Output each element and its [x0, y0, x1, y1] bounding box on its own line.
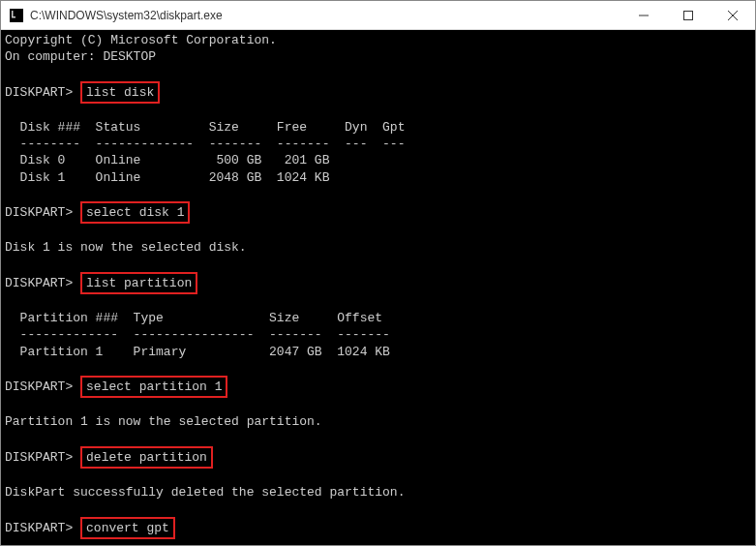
command-line: DISKPART> list disk: [5, 82, 751, 103]
command-line: DISKPART> convert gpt: [5, 518, 751, 538]
partition-table-divider: ------------- ---------------- ------- -…: [5, 326, 751, 343]
prompt: DISKPART>: [5, 379, 73, 394]
message-disk-selected: Disk 1 is now the selected disk.: [5, 239, 751, 256]
disk-table-row: Disk 0 Online 500 GB 201 GB: [5, 152, 751, 168]
partition-table-row: Partition 1 Primary 2047 GB 1024 KB: [5, 344, 751, 360]
command-convert-gpt: convert gpt: [80, 517, 175, 539]
window-controls: [621, 1, 755, 29]
command-delete-partition: delete partition: [80, 446, 213, 469]
disk-table-divider: -------- ------------- ------- ------- -…: [5, 136, 751, 152]
computer-line: On computer: DESKTOP: [5, 48, 751, 65]
command-list-disk: list disk: [80, 81, 160, 104]
blank-line: [5, 257, 751, 273]
prompt: DISKPART>: [5, 450, 73, 465]
command-line: DISKPART> select disk 1: [5, 202, 751, 223]
message-partition-selected: Partition 1 is now the selected partitio…: [5, 413, 751, 430]
blank-line: [5, 538, 751, 545]
blank-line: [5, 397, 751, 413]
blank-line: [5, 468, 751, 484]
blank-line: [5, 103, 751, 119]
copyright-line: Copyright (C) Microsoft Corporation.: [5, 32, 751, 48]
svg-rect-4: [684, 11, 693, 19]
svg-rect-2: [12, 16, 15, 18]
blank-line: [5, 431, 751, 447]
blank-line: [5, 186, 751, 202]
command-list-partition: list partition: [80, 272, 197, 294]
blank-line: [5, 360, 751, 377]
blank-line: [5, 223, 751, 239]
disk-table-row: Disk 1 Online 2048 GB 1024 KB: [5, 169, 751, 186]
terminal-output[interactable]: Copyright (C) Microsoft Corporation.On c…: [1, 30, 755, 545]
prompt: DISKPART>: [5, 85, 73, 100]
app-icon: [9, 8, 24, 23]
command-line: DISKPART> list partition: [5, 273, 751, 293]
window-frame: C:\WINDOWS\system32\diskpart.exe Copyrig…: [0, 0, 756, 546]
message-partition-deleted: DiskPart successfully deleted the select…: [5, 484, 751, 500]
command-select-partition: select partition 1: [80, 376, 227, 398]
prompt: DISKPART>: [5, 276, 73, 290]
command-line: DISKPART> delete partition: [5, 447, 751, 468]
svg-rect-1: [12, 11, 14, 16]
blank-line: [5, 500, 751, 517]
close-button[interactable]: [711, 1, 755, 29]
minimize-button[interactable]: [621, 1, 666, 29]
window-title: C:\WINDOWS\system32\diskpart.exe: [30, 9, 223, 22]
command-line: DISKPART> select partition 1: [5, 377, 751, 397]
prompt: DISKPART>: [5, 205, 73, 220]
blank-line: [5, 293, 751, 310]
disk-table-header: Disk ### Status Size Free Dyn Gpt: [5, 119, 751, 136]
prompt: DISKPART>: [5, 521, 73, 535]
maximize-button[interactable]: [666, 1, 711, 29]
titlebar[interactable]: C:\WINDOWS\system32\diskpart.exe: [1, 1, 755, 30]
command-select-disk: select disk 1: [80, 201, 190, 224]
blank-line: [5, 65, 751, 81]
partition-table-header: Partition ### Type Size Offset: [5, 310, 751, 326]
